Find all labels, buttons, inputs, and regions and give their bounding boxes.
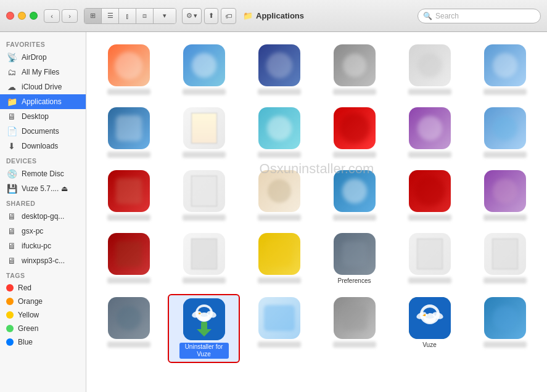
back-button[interactable]: ‹	[44, 9, 60, 23]
list-item[interactable]	[318, 294, 390, 363]
sidebar-item-all-my-files[interactable]: 🗂 All My Files	[0, 65, 86, 80]
list-item[interactable]	[243, 104, 315, 161]
sidebar-label-orange: Orange	[18, 297, 43, 306]
list-item[interactable]	[168, 41, 240, 98]
desktop-icon: 🖥	[6, 112, 17, 121]
sidebar-item-airdrop[interactable]: 📡 AirDrop	[0, 50, 86, 65]
coverflow-view-button[interactable]: ⧈	[136, 9, 154, 23]
app-name-label	[183, 277, 226, 284]
app-icon	[183, 44, 225, 86]
list-item[interactable]	[393, 104, 466, 161]
app-icon	[108, 297, 150, 339]
list-item-uninstaller[interactable]: Uninstaller for Vuze	[168, 294, 240, 363]
action-button[interactable]: ⚙ ▾	[182, 8, 202, 24]
zoom-button[interactable]	[30, 12, 38, 20]
sidebar-item-applications[interactable]: 📁 Applications	[0, 94, 86, 109]
list-item[interactable]	[393, 167, 466, 224]
sidebar-item-desktop[interactable]: 🖥 Desktop	[0, 109, 86, 124]
sidebar-label-icloud: iCloud Drive	[22, 83, 62, 91]
close-button[interactable]	[6, 12, 14, 20]
list-item[interactable]	[168, 230, 240, 288]
search-icon: 🔍	[423, 12, 432, 20]
share-icon: ⬆	[208, 12, 214, 20]
sidebar-item-tag-green[interactable]: Green	[0, 322, 86, 335]
list-item[interactable]	[318, 104, 390, 161]
list-item[interactable]	[93, 41, 165, 98]
list-item[interactable]	[469, 294, 541, 363]
sidebar-item-tag-blue[interactable]: Blue	[0, 335, 86, 349]
sidebar-item-documents[interactable]: 📄 Documents	[0, 124, 86, 139]
gear-dropdown-icon: ▾	[194, 12, 197, 20]
list-item[interactable]	[469, 104, 541, 161]
list-item[interactable]	[243, 167, 315, 224]
network-icon-1: 🖥	[6, 211, 17, 221]
svg-point-6	[201, 310, 204, 312]
icon-view-button[interactable]: ⊞	[84, 9, 102, 23]
app-icon	[484, 170, 526, 212]
list-item[interactable]	[393, 230, 466, 288]
sidebar-label-green: Green	[18, 324, 38, 333]
list-item[interactable]	[93, 104, 165, 161]
app-name-label	[107, 277, 150, 284]
minimize-button[interactable]	[18, 12, 26, 20]
list-item[interactable]	[93, 167, 165, 224]
list-item[interactable]	[469, 230, 541, 288]
traffic-lights	[6, 12, 38, 20]
app-icon	[334, 44, 376, 86]
app-icon	[108, 233, 150, 275]
list-item[interactable]	[318, 41, 390, 98]
airdrop-icon: 📡	[6, 52, 17, 62]
view-options-button[interactable]: ▾	[154, 9, 176, 23]
app-icon	[258, 297, 300, 339]
sidebar-item-vuze-disc[interactable]: 💾 Vuze 5.7.... ⏏	[0, 181, 86, 196]
search-box[interactable]: 🔍 Search	[417, 9, 541, 23]
list-item[interactable]	[469, 41, 541, 98]
list-item[interactable]	[168, 104, 240, 161]
app-name-label	[408, 89, 451, 95]
app-name-label	[483, 341, 527, 348]
list-item[interactable]	[243, 294, 315, 363]
blue-tag-dot	[6, 338, 14, 346]
tags-header: TAGS	[0, 268, 86, 281]
list-item[interactable]	[243, 230, 315, 288]
list-item[interactable]: Preferences	[318, 230, 390, 288]
sidebar: FAVORITES 📡 AirDrop 🗂 All My Files ☁ iCl…	[0, 32, 86, 392]
app-name-label	[107, 152, 150, 158]
list-view-button[interactable]: ☰	[102, 9, 119, 23]
list-item[interactable]	[318, 167, 390, 224]
yellow-tag-dot	[6, 311, 14, 319]
list-item[interactable]	[469, 167, 541, 224]
list-item[interactable]	[393, 41, 466, 98]
columns-icon: ⫿	[126, 12, 130, 20]
sidebar-label-desktop-gq: desktop-gq...	[22, 212, 64, 221]
app-name-label	[333, 89, 376, 95]
app-name-label	[333, 214, 376, 221]
main-content: FAVORITES 📡 AirDrop 🗂 All My Files ☁ iCl…	[0, 32, 547, 392]
sidebar-item-desktop-gq[interactable]: 🖥 desktop-gq...	[0, 209, 86, 224]
sidebar-item-tag-orange[interactable]: Orange	[0, 295, 86, 308]
app-icon	[258, 107, 300, 149]
sidebar-item-tag-red[interactable]: Red	[0, 281, 86, 295]
sidebar-item-tag-yellow[interactable]: Yellow	[0, 308, 86, 322]
sidebar-item-ifucku-pc[interactable]: 🖥 ifucku-pc	[0, 239, 86, 253]
app-icon	[484, 107, 526, 149]
app-name-label	[183, 152, 226, 158]
column-view-button[interactable]: ⫿	[119, 9, 136, 23]
sidebar-item-winxpsp3[interactable]: 🖥 winxpsp3-c...	[0, 253, 86, 268]
list-item[interactable]	[243, 41, 315, 98]
sidebar-item-icloud[interactable]: ☁ iCloud Drive	[0, 80, 86, 94]
sidebar-item-downloads[interactable]: ⬇ Downloads	[0, 139, 86, 153]
sidebar-item-gsx-pc[interactable]: 🖥 gsx-pc	[0, 224, 86, 239]
tag-button[interactable]: 🏷	[221, 8, 236, 24]
list-item[interactable]	[93, 230, 165, 288]
list-item[interactable]	[93, 294, 165, 363]
share-button[interactable]: ⬆	[204, 8, 218, 24]
list-item[interactable]	[168, 167, 240, 224]
sidebar-item-remote-disc[interactable]: 💿 Remote Disc	[0, 166, 86, 181]
orange-tag-dot	[6, 298, 14, 305]
forward-button[interactable]: ›	[62, 9, 78, 23]
nav-buttons: ‹ ›	[44, 9, 78, 23]
list-item-vuze[interactable]: Vuze	[393, 294, 466, 363]
devices-header: DEVICES	[0, 153, 86, 166]
disc-icon: 💿	[6, 169, 17, 179]
